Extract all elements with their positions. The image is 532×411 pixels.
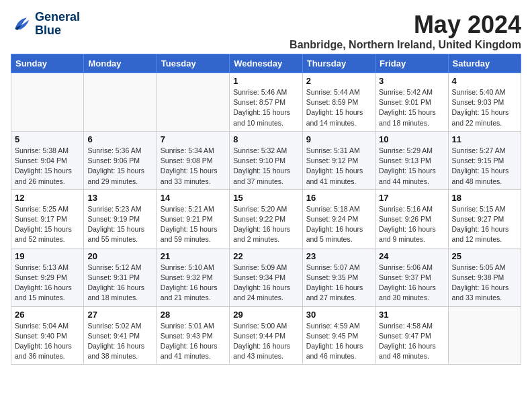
cell-info: Sunrise: 5:23 AMSunset: 9:19 PMDaylight:… xyxy=(87,204,152,245)
cell-day-number: 24 xyxy=(379,251,444,261)
cell-day-number: 6 xyxy=(87,134,152,144)
calendar-cell: 20Sunrise: 5:12 AMSunset: 9:31 PMDayligh… xyxy=(84,248,157,306)
calendar-cell: 11Sunrise: 5:27 AMSunset: 9:15 PMDayligh… xyxy=(448,131,521,189)
cell-info: Sunrise: 5:05 AMSunset: 9:38 PMDaylight:… xyxy=(452,263,517,304)
calendar-cell: 22Sunrise: 5:09 AMSunset: 9:34 PMDayligh… xyxy=(230,248,302,306)
cell-day-number: 21 xyxy=(161,251,226,261)
calendar-week-3: 12Sunrise: 5:25 AMSunset: 9:17 PMDayligh… xyxy=(11,189,521,248)
cell-day-number: 4 xyxy=(452,76,517,86)
calendar-cell: 3Sunrise: 5:42 AMSunset: 9:01 PMDaylight… xyxy=(375,73,448,132)
calendar-cell: 13Sunrise: 5:23 AMSunset: 9:19 PMDayligh… xyxy=(84,189,157,248)
calendar-cell: 6Sunrise: 5:36 AMSunset: 9:06 PMDaylight… xyxy=(84,131,157,189)
calendar-cell: 14Sunrise: 5:21 AMSunset: 9:21 PMDayligh… xyxy=(157,189,229,248)
cell-info: Sunrise: 5:32 AMSunset: 9:10 PMDaylight:… xyxy=(233,146,298,187)
calendar-cell: 21Sunrise: 5:10 AMSunset: 9:32 PMDayligh… xyxy=(157,248,229,306)
calendar-cell: 23Sunrise: 5:07 AMSunset: 9:35 PMDayligh… xyxy=(302,248,375,306)
cell-info: Sunrise: 5:15 AMSunset: 9:27 PMDaylight:… xyxy=(452,204,517,245)
days-header-row: SundayMondayTuesdayWednesdayThursdayFrid… xyxy=(11,54,521,73)
logo: General Blue xyxy=(11,11,80,38)
calendar-cell: 9Sunrise: 5:31 AMSunset: 9:12 PMDaylight… xyxy=(302,131,375,189)
cell-day-number: 2 xyxy=(306,76,371,86)
cell-day-number: 16 xyxy=(306,193,371,203)
calendar-cell: 1Sunrise: 5:46 AMSunset: 8:57 PMDaylight… xyxy=(230,73,302,132)
calendar-cell: 29Sunrise: 5:00 AMSunset: 9:44 PMDayligh… xyxy=(230,306,302,365)
day-header-friday: Friday xyxy=(375,54,448,73)
calendar-cell: 12Sunrise: 5:25 AMSunset: 9:17 PMDayligh… xyxy=(11,189,84,248)
cell-day-number: 8 xyxy=(233,134,298,144)
calendar-cell: 24Sunrise: 5:06 AMSunset: 9:37 PMDayligh… xyxy=(375,248,448,306)
cell-info: Sunrise: 5:09 AMSunset: 9:34 PMDaylight:… xyxy=(233,263,298,304)
calendar-cell: 4Sunrise: 5:40 AMSunset: 9:03 PMDaylight… xyxy=(448,73,521,132)
cell-info: Sunrise: 5:25 AMSunset: 9:17 PMDaylight:… xyxy=(15,204,80,245)
cell-day-number: 18 xyxy=(452,193,517,203)
logo-text: General Blue xyxy=(35,11,80,38)
cell-day-number: 15 xyxy=(233,193,298,203)
calendar-cell: 31Sunrise: 4:58 AMSunset: 9:47 PMDayligh… xyxy=(375,306,448,365)
calendar-cell: 27Sunrise: 5:02 AMSunset: 9:41 PMDayligh… xyxy=(84,306,157,365)
cell-info: Sunrise: 5:02 AMSunset: 9:41 PMDaylight:… xyxy=(87,321,152,362)
cell-day-number: 20 xyxy=(87,251,152,261)
cell-info: Sunrise: 5:00 AMSunset: 9:44 PMDaylight:… xyxy=(233,321,298,362)
cell-day-number: 11 xyxy=(452,134,517,144)
cell-day-number: 10 xyxy=(379,134,444,144)
location-subtitle: Banbridge, Northern Ireland, United King… xyxy=(290,39,521,51)
cell-info: Sunrise: 5:01 AMSunset: 9:43 PMDaylight:… xyxy=(161,321,226,362)
cell-info: Sunrise: 5:16 AMSunset: 9:26 PMDaylight:… xyxy=(379,204,444,245)
calendar-cell: 16Sunrise: 5:18 AMSunset: 9:24 PMDayligh… xyxy=(302,189,375,248)
calendar-cell: 10Sunrise: 5:29 AMSunset: 9:13 PMDayligh… xyxy=(375,131,448,189)
cell-info: Sunrise: 5:46 AMSunset: 8:57 PMDaylight:… xyxy=(233,87,298,128)
calendar-cell: 19Sunrise: 5:13 AMSunset: 9:29 PMDayligh… xyxy=(11,248,84,306)
cell-day-number: 23 xyxy=(306,251,371,261)
cell-info: Sunrise: 5:31 AMSunset: 9:12 PMDaylight:… xyxy=(306,146,371,187)
cell-day-number: 13 xyxy=(87,193,152,203)
calendar-cell: 7Sunrise: 5:34 AMSunset: 9:08 PMDaylight… xyxy=(157,131,229,189)
calendar-cell: 8Sunrise: 5:32 AMSunset: 9:10 PMDaylight… xyxy=(230,131,302,189)
calendar-week-5: 26Sunrise: 5:04 AMSunset: 9:40 PMDayligh… xyxy=(11,306,521,365)
cell-info: Sunrise: 5:21 AMSunset: 9:21 PMDaylight:… xyxy=(161,204,226,245)
cell-info: Sunrise: 5:44 AMSunset: 8:59 PMDaylight:… xyxy=(306,87,371,128)
calendar-cell xyxy=(11,73,84,132)
cell-info: Sunrise: 5:04 AMSunset: 9:40 PMDaylight:… xyxy=(15,321,80,362)
calendar-cell xyxy=(157,73,229,132)
cell-info: Sunrise: 5:34 AMSunset: 9:08 PMDaylight:… xyxy=(161,146,226,187)
header: General Blue May 2024 Banbridge, Norther… xyxy=(11,11,521,51)
cell-day-number: 1 xyxy=(233,76,298,86)
cell-day-number: 27 xyxy=(87,310,152,320)
calendar-cell: 5Sunrise: 5:38 AMSunset: 9:04 PMDaylight… xyxy=(11,131,84,189)
calendar-body: 1Sunrise: 5:46 AMSunset: 8:57 PMDaylight… xyxy=(11,73,521,365)
calendar-table: SundayMondayTuesdayWednesdayThursdayFrid… xyxy=(11,54,521,365)
cell-info: Sunrise: 5:07 AMSunset: 9:35 PMDaylight:… xyxy=(306,263,371,304)
cell-info: Sunrise: 5:18 AMSunset: 9:24 PMDaylight:… xyxy=(306,204,371,245)
cell-day-number: 30 xyxy=(306,310,371,320)
calendar-cell: 26Sunrise: 5:04 AMSunset: 9:40 PMDayligh… xyxy=(11,306,84,365)
cell-day-number: 28 xyxy=(161,310,226,320)
cell-day-number: 17 xyxy=(379,193,444,203)
cell-day-number: 7 xyxy=(161,134,226,144)
calendar-week-2: 5Sunrise: 5:38 AMSunset: 9:04 PMDaylight… xyxy=(11,131,521,189)
cell-day-number: 9 xyxy=(306,134,371,144)
logo-icon xyxy=(11,13,32,35)
calendar-cell: 25Sunrise: 5:05 AMSunset: 9:38 PMDayligh… xyxy=(448,248,521,306)
cell-info: Sunrise: 5:13 AMSunset: 9:29 PMDaylight:… xyxy=(15,263,80,304)
day-header-sunday: Sunday xyxy=(11,54,84,73)
cell-info: Sunrise: 5:20 AMSunset: 9:22 PMDaylight:… xyxy=(233,204,298,245)
calendar-week-4: 19Sunrise: 5:13 AMSunset: 9:29 PMDayligh… xyxy=(11,248,521,306)
cell-info: Sunrise: 5:29 AMSunset: 9:13 PMDaylight:… xyxy=(379,146,444,187)
calendar-cell xyxy=(448,306,521,365)
month-title: May 2024 xyxy=(290,11,521,39)
cell-day-number: 5 xyxy=(15,134,80,144)
cell-info: Sunrise: 5:38 AMSunset: 9:04 PMDaylight:… xyxy=(15,146,80,187)
cell-info: Sunrise: 5:27 AMSunset: 9:15 PMDaylight:… xyxy=(452,146,517,187)
cell-day-number: 31 xyxy=(379,310,444,320)
calendar-cell: 17Sunrise: 5:16 AMSunset: 9:26 PMDayligh… xyxy=(375,189,448,248)
cell-day-number: 14 xyxy=(161,193,226,203)
cell-info: Sunrise: 5:10 AMSunset: 9:32 PMDaylight:… xyxy=(161,263,226,304)
cell-day-number: 22 xyxy=(233,251,298,261)
cell-info: Sunrise: 4:59 AMSunset: 9:45 PMDaylight:… xyxy=(306,321,371,362)
calendar-cell xyxy=(84,73,157,132)
cell-info: Sunrise: 5:06 AMSunset: 9:37 PMDaylight:… xyxy=(379,263,444,304)
day-header-saturday: Saturday xyxy=(448,54,521,73)
title-area: May 2024 Banbridge, Northern Ireland, Un… xyxy=(290,11,521,51)
cell-day-number: 26 xyxy=(15,310,80,320)
calendar-cell: 30Sunrise: 4:59 AMSunset: 9:45 PMDayligh… xyxy=(302,306,375,365)
